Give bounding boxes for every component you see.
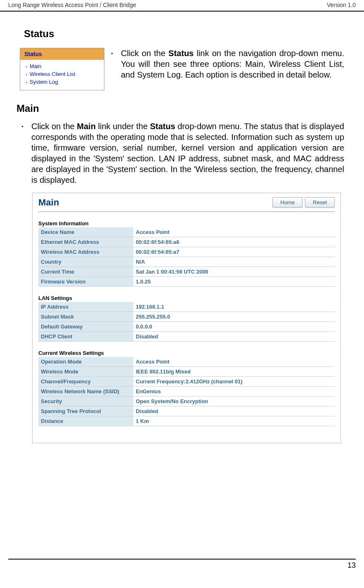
- row-key: Default Gateway: [38, 322, 133, 332]
- reset-button[interactable]: Reset: [305, 197, 335, 208]
- main-desc-p1: Click on the: [31, 122, 77, 131]
- main-panel: Main Home Reset System Information Devic…: [32, 193, 341, 443]
- panel-title: Main: [38, 197, 59, 208]
- row-value: Disabled: [133, 406, 335, 416]
- status-menu-title: Status: [20, 48, 104, 60]
- row-value: 0.0.0.0: [133, 322, 335, 332]
- row-key: DHCP Client: [38, 332, 133, 342]
- status-menu-item-wireless-client-list[interactable]: Wireless Client List: [22, 70, 102, 78]
- row-key: Ethernet MAC Address: [38, 237, 133, 247]
- row-value: Open System/No Encryption: [133, 397, 335, 406]
- home-button[interactable]: Home: [272, 197, 303, 208]
- row-value: N/A: [133, 257, 335, 267]
- status-menu-item-system-log[interactable]: System Log: [22, 78, 102, 86]
- table-row: CountryN/A: [38, 257, 335, 267]
- status-heading: Status: [24, 28, 344, 40]
- row-value: 192.168.1.1: [133, 302, 335, 312]
- main-heading: Main: [17, 103, 344, 114]
- table-row: Wireless ModeIEEE 802.11b/g Mixed: [38, 367, 335, 377]
- row-key: Subnet Mask: [38, 312, 133, 322]
- table-row: DHCP ClientDisabled: [38, 332, 335, 342]
- row-value: 1.0.25: [133, 277, 335, 287]
- row-key: Firmware Version: [38, 277, 133, 287]
- header-right: Version 1.0: [327, 2, 356, 8]
- row-key: Wireless Mode: [38, 367, 133, 377]
- status-menu-item-main[interactable]: Main: [22, 62, 102, 70]
- header-left: Long Range Wireless Access Point / Clien…: [8, 2, 136, 8]
- status-desc-bold: Status: [168, 49, 194, 58]
- table-row: Operation ModeAccess Point: [38, 357, 335, 367]
- row-value: Access Point: [133, 357, 335, 367]
- row-value: Disabled: [133, 332, 335, 342]
- row-key: Wireless MAC Address: [38, 247, 133, 257]
- main-desc-b2: Status: [150, 122, 175, 131]
- status-menu-list: Main Wireless Client List System Log: [20, 60, 104, 90]
- row-key: Spanning Tree Protocol: [38, 406, 133, 416]
- lan-settings-table: IP Address192.168.1.1Subnet Mask255.255.…: [38, 302, 335, 342]
- lan-settings-label: LAN Settings: [38, 295, 335, 301]
- table-row: Distance1 Km: [38, 416, 335, 426]
- row-key: Security: [38, 397, 133, 406]
- row-value: 00:02:6f:54:65:a6: [133, 237, 335, 247]
- table-row: Current TimeSat Jan 1 00:41:59 UTC 2000: [38, 267, 335, 277]
- table-row: Wireless Network Name (SSID)EnGenius: [38, 387, 335, 397]
- status-desc-prefix: Click on the: [121, 49, 168, 58]
- row-value: 00:02:6f:54:65:a7: [133, 247, 335, 257]
- main-desc-p2: link under the: [96, 122, 150, 131]
- status-nav-menu: Status Main Wireless Client List System …: [20, 48, 104, 90]
- row-value: EnGenius: [133, 387, 335, 397]
- page-header: Long Range Wireless Access Point / Clien…: [0, 0, 364, 12]
- main-description: Click on the Main link under the Status …: [20, 121, 344, 185]
- row-value: 255.255.255.0: [133, 312, 335, 322]
- table-row: Firmware Version1.0.25: [38, 277, 335, 287]
- table-row: Channel/FrequencyCurrent Frequency:2.412…: [38, 377, 335, 387]
- page-number: 13: [0, 560, 364, 578]
- row-value: Current Frequency:2.412GHz (channel 01): [133, 377, 335, 387]
- table-row: Subnet Mask255.255.255.0: [38, 312, 335, 322]
- row-key: Operation Mode: [38, 357, 133, 367]
- row-value: 1 Km: [133, 416, 335, 426]
- table-row: Ethernet MAC Address00:02:6f:54:65:a6: [38, 237, 335, 247]
- table-row: SecurityOpen System/No Encryption: [38, 397, 335, 406]
- row-key: Current Time: [38, 267, 133, 277]
- row-value: IEEE 802.11b/g Mixed: [133, 367, 335, 377]
- row-key: Channel/Frequency: [38, 377, 133, 387]
- row-value: Access Point: [133, 227, 335, 237]
- table-row: Default Gateway0.0.0.0: [38, 322, 335, 332]
- row-value: Sat Jan 1 00:41:59 UTC 2000: [133, 267, 335, 277]
- row-key: Device Name: [38, 227, 133, 237]
- table-row: IP Address192.168.1.1: [38, 302, 335, 312]
- table-row: Device NameAccess Point: [38, 227, 335, 237]
- system-information-label: System Information: [38, 220, 335, 227]
- row-key: IP Address: [38, 302, 133, 312]
- system-information-table: Device NameAccess PointEthernet MAC Addr…: [38, 227, 335, 287]
- wireless-settings-label: Current Wireless Settings: [38, 350, 335, 356]
- table-row: Wireless MAC Address00:02:6f:54:65:a7: [38, 247, 335, 257]
- wireless-settings-table: Operation ModeAccess PointWireless ModeI…: [38, 357, 335, 426]
- main-desc-b1: Main: [77, 122, 96, 131]
- row-key: Wireless Network Name (SSID): [38, 387, 133, 397]
- row-key: Country: [38, 257, 133, 267]
- status-description: Click on the Status link on the navigati…: [117, 48, 344, 80]
- row-key: Distance: [38, 416, 133, 426]
- table-row: Spanning Tree ProtocolDisabled: [38, 406, 335, 416]
- main-desc-p3: drop-down menu. The status that is displ…: [31, 122, 344, 184]
